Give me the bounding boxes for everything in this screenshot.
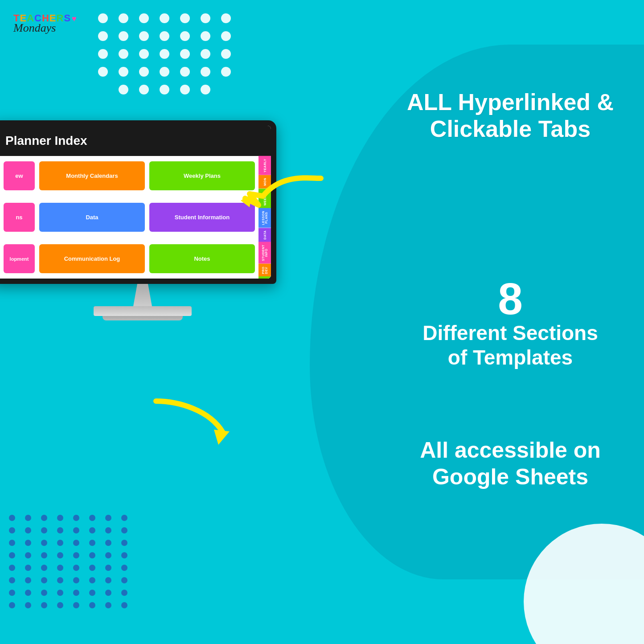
arrow-2: [143, 392, 241, 450]
cell-monthly-calendars[interactable]: Monthly Calendars: [39, 161, 145, 190]
monitor-body: Planner Index ew Monthly Calendars Weekl…: [0, 120, 276, 284]
cell-ew[interactable]: ew: [4, 161, 35, 190]
feature-2-line2: of Templates: [448, 346, 573, 369]
logo: TEACHERS♥ Mondays: [13, 13, 77, 34]
monitor-neck: [129, 284, 156, 306]
tab-pro-dev[interactable]: PRO DEV: [258, 264, 271, 277]
logo-mondays-text: Mondays: [13, 22, 77, 34]
planner-header: Planner Index: [0, 126, 271, 156]
feature-2-block: 8 Different Sections of Templates: [403, 276, 617, 370]
cell-lopment[interactable]: lopment: [4, 244, 35, 273]
svg-marker-1: [214, 430, 230, 445]
monitor-base: [94, 306, 192, 316]
planner-title: Planner Index: [5, 134, 87, 148]
cell-data[interactable]: Data: [39, 203, 145, 232]
feature-3-line1: All accessible on: [420, 438, 601, 463]
feature-3-line2: Google Sheets: [432, 464, 588, 489]
feature-1-line1: ALL Hyperlinked &: [407, 89, 614, 115]
dots-top-pattern: [98, 13, 234, 94]
cell-ns[interactable]: ns: [4, 203, 35, 232]
svg-marker-0: [241, 194, 252, 207]
feature-1-block: ALL Hyperlinked & Clickable Tabs: [403, 89, 617, 143]
planner-grid: ew Monthly Calendars Weekly Plans ns Dat…: [0, 156, 271, 279]
feature-2-number: 8: [403, 276, 617, 321]
arrow-1: [236, 169, 325, 214]
cell-communication-log[interactable]: Communication Log: [39, 244, 145, 273]
feature-3-title: All accessible on Google Sheets: [403, 437, 617, 490]
cell-notes[interactable]: Notes: [149, 244, 255, 273]
feature-2-sub: Different Sections of Templates: [403, 321, 617, 370]
monitor-screen: Planner Index ew Monthly Calendars Weekl…: [0, 126, 271, 279]
tab-student-info[interactable]: STUDENT INFO: [258, 242, 271, 264]
feature-2-line1: Different Sections: [422, 321, 598, 345]
monitor: Planner Index ew Monthly Calendars Weekl…: [0, 120, 294, 320]
tab-data[interactable]: DATA: [258, 228, 271, 242]
monitor-base-bottom: [103, 316, 183, 320]
tab-comm-log[interactable]: COMM LOG: [258, 276, 271, 279]
feature-3-block: All accessible on Google Sheets: [403, 437, 617, 490]
feature-1-line2: Clickable Tabs: [430, 116, 591, 142]
dots-bottom-pattern: [0, 506, 140, 617]
feature-1-title: ALL Hyperlinked & Clickable Tabs: [403, 89, 617, 143]
